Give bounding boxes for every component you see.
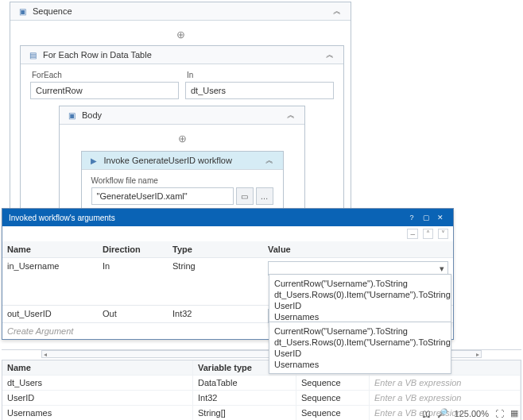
close-button[interactable]: ✕ (434, 212, 447, 223)
arg-direction[interactable]: Out (98, 306, 168, 322)
foreach-variable-value: CurrentRow (36, 86, 83, 95)
col-type[interactable]: Type (168, 241, 263, 257)
var-scope[interactable]: Sequence (296, 391, 370, 405)
arg-direction[interactable]: In (98, 258, 168, 305)
arg-type[interactable]: Int32 (168, 306, 263, 322)
search-icon[interactable]: 🔎 (437, 408, 448, 418)
zoom-level[interactable]: 125.00% (455, 409, 489, 418)
autocomplete-popup[interactable]: CurrentRow("Username").ToString dt_Users… (269, 322, 451, 374)
body-icon: ▣ (66, 110, 77, 121)
arg-type[interactable]: String (168, 258, 263, 305)
arguments-grid: Name Direction Type Value in_Username In… (2, 241, 453, 339)
dialog-toolbar: – ˄ ˅ (2, 226, 453, 241)
arguments-header-row: Name Direction Type Value (2, 241, 453, 258)
dialog-title: Invoked workflow's arguments (9, 214, 404, 222)
move-up-button[interactable]: ˄ (423, 229, 433, 239)
collapse-icon[interactable]: ︽ (323, 49, 337, 60)
foreach-collection-input[interactable]: dt_Users (185, 82, 334, 99)
body-header[interactable]: ▣ Body ︽ (60, 106, 304, 125)
collapse-icon[interactable]: ︽ (330, 6, 344, 17)
help-button[interactable]: ? (405, 212, 418, 223)
suggestion-item[interactable]: UserID (274, 300, 446, 311)
suggestion-item[interactable]: CurrentRow("Username").ToString (274, 278, 446, 289)
var-type[interactable]: String[] (193, 406, 296, 420)
autocomplete-popup[interactable]: CurrentRow("Username").ToString dt_Users… (269, 274, 451, 326)
suggestion-item[interactable]: Usernames (274, 359, 446, 370)
arg-name: in_Username (2, 258, 98, 305)
arg-value-cell[interactable]: ▾ CurrentRow("Username").ToString dt_Use… (263, 258, 453, 305)
var-default[interactable]: Enter a VB expression (370, 391, 521, 405)
arg-name: out_UserID (2, 306, 98, 322)
var-scope[interactable]: Sequence (296, 376, 370, 390)
suggestion-item[interactable]: dt_Users.Rows(0).Item("Username").ToStri… (274, 337, 446, 348)
var-name[interactable]: Usernames (2, 406, 193, 420)
foreach-header[interactable]: ▤ For Each Row in Data Table ︽ (21, 46, 343, 64)
sequence-header[interactable]: ▣ Sequence ︽ (10, 2, 351, 21)
invoke-header[interactable]: ▶ Invoke GenerateUserID workflow ︽ (82, 152, 283, 170)
overview-icon[interactable]: ▦ (510, 408, 518, 418)
browse-folder-button[interactable]: ▭ (236, 187, 254, 205)
col-value[interactable]: Value (263, 241, 453, 257)
add-activity-button[interactable]: ⊕ (69, 131, 295, 146)
sequence-icon: ▣ (17, 6, 28, 17)
col-name[interactable]: Name (2, 360, 193, 375)
foreach-icon: ▤ (27, 49, 38, 60)
var-name[interactable]: dt_Users (2, 376, 193, 390)
body-title: Body (82, 110, 284, 120)
variable-row[interactable]: UserID Int32 Sequence Enter a VB express… (2, 391, 521, 406)
add-activity-button[interactable]: ⊕ (20, 27, 341, 42)
foreach-label: ForEach (30, 71, 179, 79)
workflow-file-label: Workflow file name (91, 176, 273, 185)
argument-row[interactable]: in_Username In String ▾ CurrentRow("User… (2, 258, 453, 306)
workflow-file-input[interactable]: "GenerateUserID.xaml" (91, 187, 234, 205)
in-label: In (185, 71, 334, 79)
foreach-variable-input[interactable]: CurrentRow (30, 82, 179, 99)
foreach-inputs: ForEach CurrentRow In dt_Users (30, 71, 334, 99)
col-direction[interactable]: Direction (98, 241, 168, 257)
sequence-title: Sequence (33, 6, 330, 16)
suggestion-item[interactable]: dt_Users.Rows(0).Item("Username").ToStri… (274, 289, 446, 300)
fit-screen-icon[interactable]: ⛶ (495, 409, 504, 418)
collapse-icon[interactable]: ︽ (262, 155, 277, 166)
workflow-file-value: "GenerateUserID.xaml" (97, 191, 188, 201)
bookmark-icon[interactable]: 🕮 (422, 409, 431, 418)
collapse-all-button[interactable]: – (407, 229, 418, 239)
variable-row[interactable]: dt_Users DataTable Sequence Enter a VB e… (2, 376, 521, 391)
suggestion-item[interactable]: UserID (274, 348, 446, 359)
suggestion-item[interactable]: CurrentRow("Username").ToString (274, 326, 446, 337)
move-down-button[interactable]: ˅ (438, 229, 448, 239)
var-name[interactable]: UserID (2, 391, 193, 405)
status-bar: 🕮 🔎 125.00% ⛶ ▦ (422, 408, 518, 418)
col-name[interactable]: Name (2, 241, 98, 257)
invoke-icon: ▶ (88, 155, 99, 166)
invoked-arguments-dialog[interactable]: Invoked workflow's arguments ? ▢ ✕ – ˄ ˅… (2, 208, 454, 340)
invoke-title: Invoke GenerateUserID workflow (104, 156, 262, 165)
suggestion-item[interactable]: Usernames (274, 311, 446, 322)
browse-file-button[interactable]: … (256, 187, 273, 205)
var-type[interactable]: Int32 (193, 391, 296, 405)
var-type[interactable]: DataTable (193, 376, 296, 390)
dialog-titlebar[interactable]: Invoked workflow's arguments ? ▢ ✕ (2, 209, 453, 226)
foreach-collection-value: dt_Users (191, 86, 226, 95)
collapse-icon[interactable]: ︽ (284, 110, 298, 121)
foreach-title: For Each Row in Data Table (43, 50, 323, 60)
var-scope[interactable]: Sequence (296, 406, 370, 420)
maximize-button[interactable]: ▢ (420, 212, 432, 223)
var-default[interactable]: Enter a VB expression (370, 376, 521, 390)
